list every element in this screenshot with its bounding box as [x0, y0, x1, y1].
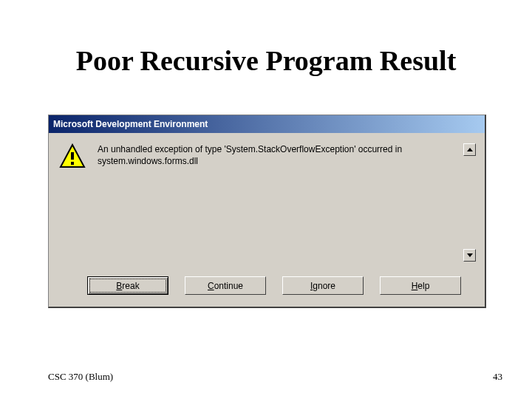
footer-left: CSC 370 (Blum)	[48, 371, 113, 383]
button-label-rest: elp	[417, 281, 429, 291]
svg-rect-1	[71, 152, 74, 160]
scroll-down-button[interactable]	[463, 249, 476, 262]
dialog-title-text: Microsoft Development Environment	[53, 119, 208, 129]
scroll-up-button[interactable]	[463, 143, 476, 156]
chevron-up-icon	[467, 148, 473, 151]
dialog-titlebar: Microsoft Development Environment	[49, 115, 485, 133]
continue-button[interactable]: Continue	[185, 276, 266, 295]
button-row: Break Continue Ignore Help	[59, 276, 476, 295]
ignore-button[interactable]: Ignore	[282, 276, 364, 295]
break-button[interactable]: Break	[87, 276, 168, 295]
chevron-down-icon	[467, 253, 473, 257]
svg-rect-2	[71, 162, 74, 165]
help-button[interactable]: Help	[380, 276, 461, 295]
button-label-rest: gnore	[313, 281, 335, 291]
scrollbar	[463, 143, 476, 262]
button-label-rest: reak	[122, 281, 139, 291]
dialog-body: An unhandled exception of type 'System.S…	[49, 133, 485, 307]
button-label-rest: ontinue	[214, 281, 243, 291]
slide-title: Poor Recursive Program Result	[0, 0, 532, 77]
slide-footer: CSC 370 (Blum) 43	[48, 371, 502, 383]
mnemonic: C	[208, 281, 214, 291]
dialog-content-row: An unhandled exception of type 'System.S…	[59, 143, 476, 267]
dialog-message: An unhandled exception of type 'System.S…	[98, 143, 476, 167]
error-dialog: Microsoft Development Environment An unh…	[48, 115, 486, 308]
warning-icon	[59, 143, 86, 170]
footer-right: 43	[493, 371, 502, 383]
